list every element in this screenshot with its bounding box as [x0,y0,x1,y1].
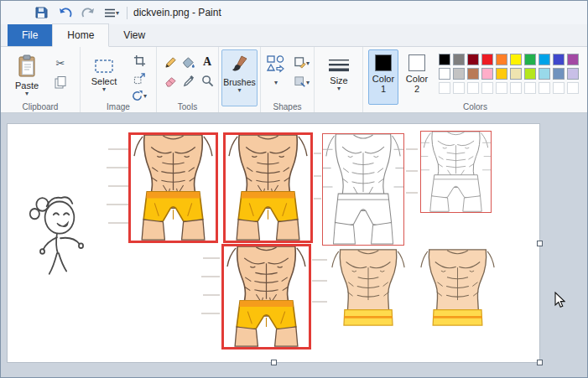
ribbon-group-brushes: Brushes ▾ [219,47,261,112]
ribbon-group-colors: Color 1 Color 2 Colors [363,47,587,112]
copy-button[interactable] [52,74,69,91]
chevron-down-icon: ▾ [25,91,29,96]
tab-file-label: File [22,29,38,41]
palette-swatch[interactable] [467,68,479,80]
chevron-down-icon: ▾ [143,93,147,99]
title-bar: ▾ dickvein.png - Paint [1,1,587,24]
redo-button[interactable] [76,3,100,22]
color2-label: Color 2 [403,74,431,94]
palette-swatch[interactable] [453,54,465,65]
palette-swatch[interactable] [496,68,507,80]
magnifier-icon [201,75,214,87]
palette-swatch[interactable] [481,68,493,80]
palette-swatch-empty[interactable] [481,82,493,94]
brush-icon [230,54,250,75]
eraser-tool-button[interactable] [162,72,179,89]
palette-swatch[interactable] [567,68,579,80]
chevron-down-icon: ▾ [116,10,119,16]
palette-swatch-empty[interactable] [496,82,507,94]
select-button[interactable]: Select ▾ [84,49,124,103]
select-icon [95,59,113,74]
ribbon-group-clipboard: Paste ▾ ✂ Clipboard [1,47,81,112]
ribbon-tab-row: File Home View [1,24,587,47]
canvas-resize-handle-right[interactable] [537,241,543,246]
save-button[interactable] [29,3,53,22]
tab-home[interactable]: Home [52,23,109,47]
crop-button[interactable] [131,52,148,69]
palette-swatch[interactable] [553,54,565,65]
palette-swatch[interactable] [524,68,536,80]
window-title: dickvein.png - Paint [133,7,221,18]
ribbon-group-size: Size ▾ [315,47,363,112]
color-picker-tool-button[interactable] [180,72,197,89]
paste-button[interactable]: Paste ▾ [8,49,46,103]
line-size-icon [328,58,350,73]
palette-swatch-empty[interactable] [539,82,550,94]
canvas-resize-handle-corner[interactable] [537,360,543,365]
save-icon [34,6,48,19]
palette-swatch[interactable] [567,54,579,65]
chevron-down-icon: ▾ [102,86,106,92]
palette-swatch[interactable] [439,54,450,65]
shapes-group-label: Shapes [261,102,314,111]
tab-home-label: Home [67,29,94,41]
chevron-down-icon: ▾ [306,60,310,66]
shape-fill-button[interactable]: ▾ [291,74,313,91]
paste-icon [17,54,37,78]
color2-swatch [408,54,425,71]
brushes-button[interactable]: Brushes ▾ [221,49,258,106]
palette-swatch[interactable] [524,54,536,65]
palette-swatch[interactable] [539,68,550,80]
shapes-gallery-button[interactable]: ▾ [263,49,289,103]
ribbon: Paste ▾ ✂ Clipboard Select ▾ [1,47,587,113]
title-separator [127,7,127,19]
palette-swatch-empty[interactable] [567,82,579,94]
undo-button[interactable] [53,3,76,22]
palette-swatch-empty[interactable] [439,82,450,94]
palette-swatch[interactable] [510,68,522,80]
tools-group-label: Tools [157,102,218,111]
rotate-icon [132,90,143,101]
tab-view[interactable]: View [109,24,159,46]
palette-swatch[interactable] [539,54,550,65]
size-button[interactable]: Size ▾ [320,49,357,103]
torso-colored-drawing-2 [223,132,313,243]
image-group-label: Image [81,102,156,111]
copy-icon [54,75,67,89]
color2-button[interactable]: Color 2 [402,49,432,105]
palette-swatch[interactable] [481,54,493,65]
tab-file[interactable]: File [8,24,52,46]
drawing-canvas[interactable] [8,124,539,362]
resize-button[interactable] [131,70,148,86]
magnifier-tool-button[interactable] [199,72,216,89]
canvas-resize-handle-bottom[interactable] [271,360,277,365]
cut-button[interactable]: ✂ [52,54,69,71]
rotate-button[interactable]: ▾ [128,87,150,104]
paint-window: ▾ dickvein.png - Paint File Home View Pa… [0,0,588,378]
palette-swatch-empty[interactable] [467,82,479,94]
palette-swatch-empty[interactable] [510,82,522,94]
fill-tool-button[interactable] [180,54,197,70]
customize-quick-access-button[interactable]: ▾ [100,3,123,22]
eraser-icon [164,75,177,87]
shapes-icon [267,54,285,73]
color1-button[interactable]: Color 1 [368,49,398,105]
palette-swatch[interactable] [496,54,507,65]
shape-outline-button[interactable]: ▾ [291,54,313,71]
fill-bucket-icon [182,56,195,69]
shape-outline-icon [294,57,306,69]
palette-swatch-empty[interactable] [524,82,536,94]
girl-doodle-drawing [22,189,99,283]
palette-swatch-empty[interactable] [553,82,565,94]
text-tool-button[interactable]: A [199,54,216,70]
palette-swatch[interactable] [467,54,479,65]
clipboard-group-label: Clipboard [1,102,80,111]
palette-swatch[interactable] [510,54,522,65]
palette-swatch[interactable] [453,68,465,80]
palette-swatch[interactable] [439,68,450,80]
ribbon-group-tools: A Tools [157,47,219,112]
shape-fill-icon [294,76,306,88]
palette-swatch[interactable] [553,68,565,80]
pencil-tool-button[interactable] [162,54,179,70]
palette-swatch-empty[interactable] [453,82,465,94]
